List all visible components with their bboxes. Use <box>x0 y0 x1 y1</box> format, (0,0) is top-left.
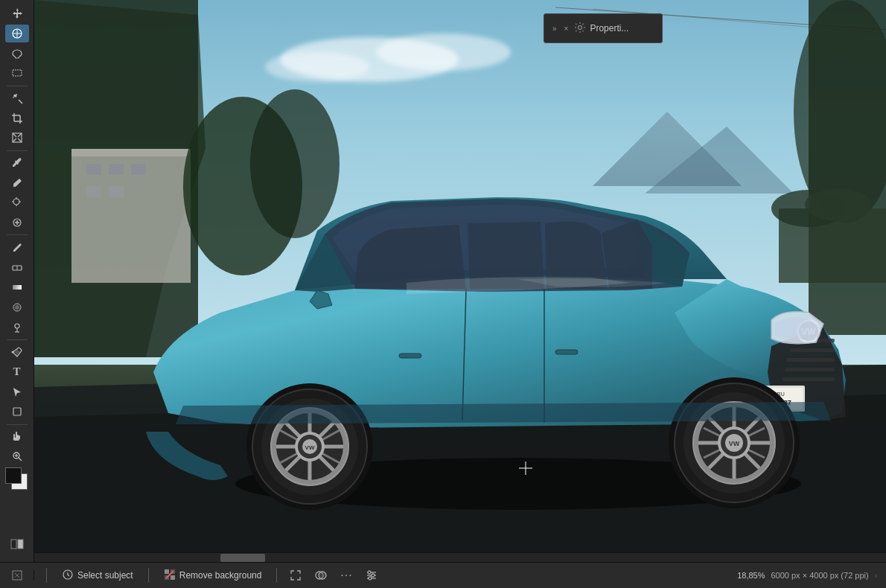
toolbar-divider-5 <box>7 424 28 425</box>
tool-gradient[interactable] <box>5 278 29 297</box>
svg-line-4 <box>19 100 22 103</box>
tool-dodge[interactable] <box>5 318 29 336</box>
properties-panel: » × Properti... <box>544 13 663 43</box>
svg-line-35 <box>19 458 22 461</box>
svg-rect-53 <box>86 186 101 197</box>
more-options-btn[interactable]: ··· <box>337 566 356 585</box>
svg-point-43 <box>377 33 511 71</box>
tool-eyedropper[interactable] <box>5 154 29 173</box>
doc-dimensions: 6000 px × 4000 px (72 ppi) <box>771 571 868 580</box>
svg-rect-69 <box>555 350 578 354</box>
svg-point-126 <box>368 571 371 574</box>
svg-point-16 <box>13 199 19 205</box>
toolbar-divider-4 <box>7 339 28 340</box>
svg-rect-54 <box>109 186 124 197</box>
svg-point-128 <box>369 577 372 580</box>
tool-lasso[interactable] <box>5 44 29 63</box>
select-subject-button[interactable]: Select subject <box>56 566 139 586</box>
tool-blur[interactable] <box>5 298 29 316</box>
info-bar: Select subject Remove background <box>0 562 886 588</box>
intersect-btn[interactable] <box>311 566 331 585</box>
panel-expand-btn[interactable]: » <box>550 24 559 33</box>
svg-point-127 <box>372 574 375 577</box>
tool-hand[interactable] <box>5 427 29 446</box>
panel-settings-icon <box>575 22 585 35</box>
svg-line-14 <box>13 138 16 142</box>
svg-text:VW: VW <box>305 444 315 451</box>
select-subject-icon <box>62 569 74 583</box>
svg-rect-68 <box>399 354 421 358</box>
scrollbar-thumb[interactable] <box>220 554 265 562</box>
tool-healing[interactable] <box>5 214 29 232</box>
quick-mask-btn[interactable] <box>5 534 29 555</box>
context-toolbar: Select subject Remove background <box>34 566 886 586</box>
separator-1 <box>46 568 47 583</box>
info-icon <box>12 570 22 581</box>
tool-crop[interactable] <box>5 109 29 127</box>
panel-controls: » × <box>550 24 570 33</box>
svg-rect-38 <box>11 540 16 549</box>
svg-line-15 <box>18 138 22 142</box>
tool-marquee[interactable] <box>5 64 29 83</box>
svg-rect-52 <box>131 164 146 175</box>
svg-point-28 <box>15 305 19 310</box>
toolbar-divider-3 <box>7 234 28 235</box>
tool-zoom[interactable] <box>5 447 29 466</box>
tool-wand[interactable] <box>5 89 29 108</box>
svg-rect-51 <box>109 164 124 175</box>
separator-2 <box>148 568 149 583</box>
svg-rect-72 <box>786 358 835 362</box>
tool-brush[interactable] <box>5 173 29 192</box>
settings-btn[interactable] <box>362 566 381 585</box>
tool-frame[interactable] <box>5 129 29 147</box>
color-swatches <box>5 467 29 491</box>
remove-background-label: Remove background <box>179 570 262 581</box>
toolbar-divider-1 <box>7 86 28 86</box>
svg-point-44 <box>265 52 369 82</box>
tool-artboard[interactable] <box>5 25 29 43</box>
left-toolbar: T <box>0 0 34 588</box>
svg-rect-33 <box>13 408 21 415</box>
svg-rect-117 <box>165 569 169 574</box>
tool-move[interactable] <box>5 4 29 23</box>
zoom-level: 18,85% <box>737 571 765 580</box>
remove-background-button[interactable]: Remove background <box>158 566 268 586</box>
panel-title: Properti... <box>590 23 656 33</box>
svg-rect-74 <box>783 377 835 381</box>
separator-3 <box>276 568 277 583</box>
tool-pen[interactable] <box>5 343 29 362</box>
svg-line-13 <box>18 133 22 137</box>
svg-rect-49 <box>71 149 191 156</box>
tool-clone[interactable] <box>5 194 29 212</box>
foreground-color-swatch[interactable] <box>5 467 22 484</box>
photo-scene: VW PERU ADN-687 VW <box>34 0 886 562</box>
select-subject-label: Select subject <box>77 570 133 581</box>
canvas-area: VW PERU ADN-687 VW <box>34 0 886 562</box>
info-arrow[interactable]: › <box>875 572 877 580</box>
svg-rect-73 <box>785 368 835 371</box>
svg-line-12 <box>13 133 16 137</box>
svg-point-63 <box>805 188 872 221</box>
svg-point-122 <box>319 572 326 579</box>
tool-shape[interactable] <box>5 403 29 421</box>
svg-point-29 <box>15 324 19 328</box>
more-icon: ··· <box>340 569 352 582</box>
toolbar-divider-2 <box>7 150 28 151</box>
horizontal-scrollbar[interactable] <box>34 552 886 562</box>
svg-rect-3 <box>13 70 22 76</box>
expand-selection-btn[interactable] <box>286 566 305 585</box>
svg-rect-50 <box>86 164 101 175</box>
svg-point-32 <box>11 351 13 354</box>
panel-close-btn[interactable]: × <box>562 24 571 33</box>
tool-pencil[interactable] <box>5 238 29 257</box>
svg-rect-71 <box>790 348 835 352</box>
remove-bg-icon <box>164 569 176 583</box>
tool-eraser[interactable] <box>5 258 29 277</box>
svg-rect-39 <box>18 540 23 549</box>
svg-rect-120 <box>170 575 175 580</box>
svg-text:VW: VW <box>729 440 740 447</box>
tool-path-select[interactable] <box>5 383 29 401</box>
tool-text[interactable]: T <box>5 362 29 381</box>
svg-point-56 <box>250 89 340 238</box>
info-left-section <box>0 570 34 581</box>
